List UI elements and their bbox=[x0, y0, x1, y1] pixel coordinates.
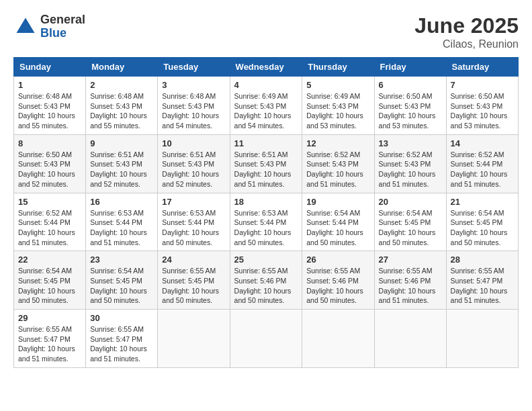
day-number: 7 bbox=[451, 80, 514, 90]
calendar-cell bbox=[230, 310, 302, 368]
cell-info: Sunrise: 6:53 AMSunset: 5:44 PMDaylight:… bbox=[162, 209, 219, 246]
day-number: 5 bbox=[306, 80, 369, 90]
day-number: 12 bbox=[306, 138, 369, 148]
cell-info: Sunrise: 6:55 AMSunset: 5:46 PMDaylight:… bbox=[379, 267, 436, 304]
day-number: 24 bbox=[162, 255, 225, 265]
cell-info: Sunrise: 6:55 AMSunset: 5:46 PMDaylight:… bbox=[234, 267, 292, 304]
cell-info: Sunrise: 6:54 AMSunset: 5:45 PMDaylight:… bbox=[451, 209, 508, 246]
calendar-cell: 11 Sunrise: 6:51 AMSunset: 5:43 PMDaylig… bbox=[230, 134, 302, 193]
calendar-cell: 9 Sunrise: 6:51 AMSunset: 5:43 PMDayligh… bbox=[86, 134, 158, 193]
calendar-cell: 12 Sunrise: 6:52 AMSunset: 5:43 PMDaylig… bbox=[302, 134, 374, 193]
day-number: 28 bbox=[451, 255, 514, 265]
title-block: June 2025 Cilaos, Reunion bbox=[414, 13, 519, 50]
cell-info: Sunrise: 6:51 AMSunset: 5:43 PMDaylight:… bbox=[90, 150, 147, 188]
calendar-day-header: Friday bbox=[374, 58, 446, 77]
day-number: 14 bbox=[451, 138, 514, 148]
calendar-cell: 5 Sunrise: 6:49 AMSunset: 5:43 PMDayligh… bbox=[302, 77, 374, 135]
logo-icon bbox=[13, 15, 38, 39]
calendar-week-row: 1 Sunrise: 6:48 AMSunset: 5:43 PMDayligh… bbox=[14, 77, 519, 135]
logo-blue: Blue bbox=[40, 27, 85, 40]
calendar-cell: 19 Sunrise: 6:54 AMSunset: 5:44 PMDaylig… bbox=[302, 193, 374, 251]
cell-info: Sunrise: 6:49 AMSunset: 5:43 PMDaylight:… bbox=[234, 92, 292, 130]
calendar-cell: 4 Sunrise: 6:49 AMSunset: 5:43 PMDayligh… bbox=[230, 77, 302, 135]
cell-info: Sunrise: 6:54 AMSunset: 5:44 PMDaylight:… bbox=[306, 209, 363, 246]
day-number: 25 bbox=[234, 255, 298, 265]
day-number: 23 bbox=[90, 255, 153, 265]
cell-info: Sunrise: 6:55 AMSunset: 5:47 PMDaylight:… bbox=[18, 325, 75, 363]
calendar-cell bbox=[446, 310, 518, 368]
calendar-cell: 24 Sunrise: 6:55 AMSunset: 5:45 PMDaylig… bbox=[158, 251, 230, 310]
day-number: 9 bbox=[90, 138, 153, 148]
day-number: 20 bbox=[379, 197, 442, 207]
logo-text: General Blue bbox=[40, 13, 85, 40]
calendar-week-row: 15 Sunrise: 6:52 AMSunset: 5:44 PMDaylig… bbox=[14, 193, 519, 251]
cell-info: Sunrise: 6:50 AMSunset: 5:43 PMDaylight:… bbox=[379, 92, 436, 130]
day-number: 29 bbox=[18, 313, 81, 323]
location-title: Cilaos, Reunion bbox=[414, 38, 519, 50]
month-title: June 2025 bbox=[414, 13, 519, 38]
calendar-cell: 28 Sunrise: 6:55 AMSunset: 5:47 PMDaylig… bbox=[446, 251, 518, 310]
calendar-cell: 14 Sunrise: 6:52 AMSunset: 5:44 PMDaylig… bbox=[446, 134, 518, 193]
calendar-table: SundayMondayTuesdayWednesdayThursdayFrid… bbox=[13, 57, 519, 368]
calendar-day-header: Saturday bbox=[446, 58, 518, 77]
page-header: General Blue June 2025 Cilaos, Reunion bbox=[13, 13, 519, 50]
day-number: 10 bbox=[162, 138, 225, 148]
cell-info: Sunrise: 6:50 AMSunset: 5:43 PMDaylight:… bbox=[451, 92, 508, 130]
calendar-header-row: SundayMondayTuesdayWednesdayThursdayFrid… bbox=[14, 58, 519, 77]
cell-info: Sunrise: 6:51 AMSunset: 5:43 PMDaylight:… bbox=[234, 150, 292, 188]
calendar-cell: 27 Sunrise: 6:55 AMSunset: 5:46 PMDaylig… bbox=[374, 251, 446, 310]
calendar-day-header: Sunday bbox=[14, 58, 86, 77]
calendar-cell: 29 Sunrise: 6:55 AMSunset: 5:47 PMDaylig… bbox=[14, 310, 86, 368]
calendar-week-row: 8 Sunrise: 6:50 AMSunset: 5:43 PMDayligh… bbox=[14, 134, 519, 193]
calendar-cell: 7 Sunrise: 6:50 AMSunset: 5:43 PMDayligh… bbox=[446, 77, 518, 135]
calendar-cell: 22 Sunrise: 6:54 AMSunset: 5:45 PMDaylig… bbox=[14, 251, 86, 310]
day-number: 11 bbox=[234, 138, 298, 148]
day-number: 2 bbox=[90, 80, 153, 90]
cell-info: Sunrise: 6:55 AMSunset: 5:47 PMDaylight:… bbox=[90, 325, 147, 363]
calendar-cell: 21 Sunrise: 6:54 AMSunset: 5:45 PMDaylig… bbox=[446, 193, 518, 251]
calendar-week-row: 22 Sunrise: 6:54 AMSunset: 5:45 PMDaylig… bbox=[14, 251, 519, 310]
day-number: 13 bbox=[379, 138, 442, 148]
calendar-cell: 2 Sunrise: 6:48 AMSunset: 5:43 PMDayligh… bbox=[86, 77, 158, 135]
day-number: 8 bbox=[18, 138, 81, 148]
cell-info: Sunrise: 6:51 AMSunset: 5:43 PMDaylight:… bbox=[162, 150, 219, 188]
calendar-week-row: 29 Sunrise: 6:55 AMSunset: 5:47 PMDaylig… bbox=[14, 310, 519, 368]
calendar-cell: 6 Sunrise: 6:50 AMSunset: 5:43 PMDayligh… bbox=[374, 77, 446, 135]
cell-info: Sunrise: 6:48 AMSunset: 5:43 PMDaylight:… bbox=[90, 92, 147, 130]
cell-info: Sunrise: 6:49 AMSunset: 5:43 PMDaylight:… bbox=[306, 92, 363, 130]
logo-general: General bbox=[40, 13, 85, 27]
calendar-cell: 18 Sunrise: 6:53 AMSunset: 5:44 PMDaylig… bbox=[230, 193, 302, 251]
cell-info: Sunrise: 6:53 AMSunset: 5:44 PMDaylight:… bbox=[90, 209, 147, 246]
cell-info: Sunrise: 6:52 AMSunset: 5:44 PMDaylight:… bbox=[451, 150, 508, 188]
calendar-cell: 1 Sunrise: 6:48 AMSunset: 5:43 PMDayligh… bbox=[14, 77, 86, 135]
day-number: 26 bbox=[306, 255, 369, 265]
cell-info: Sunrise: 6:48 AMSunset: 5:43 PMDaylight:… bbox=[18, 92, 75, 130]
cell-info: Sunrise: 6:54 AMSunset: 5:45 PMDaylight:… bbox=[379, 209, 436, 246]
calendar-cell: 8 Sunrise: 6:50 AMSunset: 5:43 PMDayligh… bbox=[14, 134, 86, 193]
calendar-cell: 15 Sunrise: 6:52 AMSunset: 5:44 PMDaylig… bbox=[14, 193, 86, 251]
calendar-cell bbox=[302, 310, 374, 368]
day-number: 6 bbox=[379, 80, 442, 90]
day-number: 3 bbox=[162, 80, 225, 90]
calendar-day-header: Monday bbox=[86, 58, 158, 77]
day-number: 21 bbox=[451, 197, 514, 207]
calendar-day-header: Thursday bbox=[302, 58, 374, 77]
day-number: 15 bbox=[18, 197, 81, 207]
calendar-cell bbox=[158, 310, 230, 368]
calendar-cell: 20 Sunrise: 6:54 AMSunset: 5:45 PMDaylig… bbox=[374, 193, 446, 251]
cell-info: Sunrise: 6:54 AMSunset: 5:45 PMDaylight:… bbox=[18, 267, 75, 304]
logo: General Blue bbox=[13, 13, 85, 40]
calendar-day-header: Wednesday bbox=[230, 58, 302, 77]
calendar-cell: 3 Sunrise: 6:48 AMSunset: 5:43 PMDayligh… bbox=[158, 77, 230, 135]
cell-info: Sunrise: 6:52 AMSunset: 5:43 PMDaylight:… bbox=[306, 150, 363, 188]
day-number: 17 bbox=[162, 197, 225, 207]
cell-info: Sunrise: 6:52 AMSunset: 5:44 PMDaylight:… bbox=[18, 209, 75, 246]
calendar-cell: 26 Sunrise: 6:55 AMSunset: 5:46 PMDaylig… bbox=[302, 251, 374, 310]
calendar-cell: 30 Sunrise: 6:55 AMSunset: 5:47 PMDaylig… bbox=[86, 310, 158, 368]
calendar-cell: 16 Sunrise: 6:53 AMSunset: 5:44 PMDaylig… bbox=[86, 193, 158, 251]
day-number: 19 bbox=[306, 197, 369, 207]
day-number: 1 bbox=[18, 80, 81, 90]
day-number: 30 bbox=[90, 313, 153, 323]
calendar-cell: 25 Sunrise: 6:55 AMSunset: 5:46 PMDaylig… bbox=[230, 251, 302, 310]
cell-info: Sunrise: 6:55 AMSunset: 5:46 PMDaylight:… bbox=[306, 267, 363, 304]
